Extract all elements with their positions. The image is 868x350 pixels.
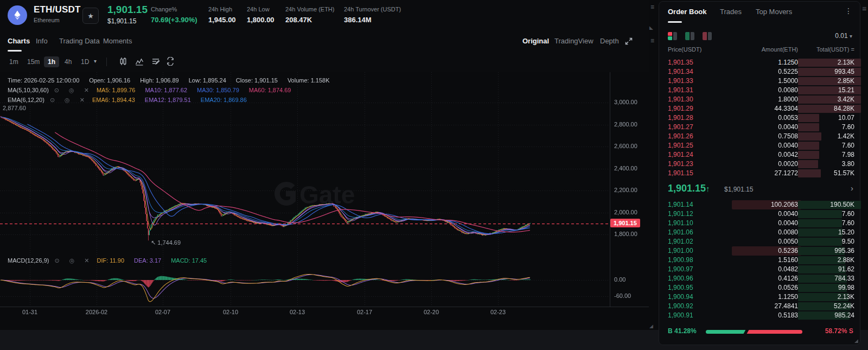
total-cell: 2.13K xyxy=(838,58,854,67)
ask-row[interactable]: 1,901.260.75081.42K xyxy=(659,132,860,141)
close-icon[interactable]: ✕ xyxy=(84,87,89,93)
tab-top-movers[interactable]: Top Movers xyxy=(756,8,792,16)
ratio-bar xyxy=(706,330,802,334)
amount-cell: 0.7508 xyxy=(732,132,798,141)
ema20-value: EMA20: 1,869.86 xyxy=(201,97,247,103)
total-cell: 7.98 xyxy=(842,150,854,160)
eye-icon[interactable]: ⊙ xyxy=(54,257,59,264)
tab-charts[interactable]: Charts xyxy=(8,37,30,45)
bid-row[interactable]: 1,901.020.00509.50 xyxy=(659,237,860,246)
indicators-icon[interactable] xyxy=(135,57,144,68)
timeframe-1h[interactable]: 1h xyxy=(44,56,59,67)
bid-row[interactable]: 1,901.000.5236995.36 xyxy=(659,246,860,256)
amount-cell: 0.0080 xyxy=(732,86,798,95)
ask-row[interactable]: 1,901.340.5225993.45 xyxy=(659,67,860,77)
precision-value: 0.01 xyxy=(835,32,847,40)
bid-row[interactable]: 1,901.060.008015.20 xyxy=(659,228,860,237)
tab-info[interactable]: Info xyxy=(36,37,48,45)
indicator-settings-icon[interactable]: ◎ xyxy=(69,87,74,93)
amount-cell: 1.8000 xyxy=(732,95,798,104)
tab-trades[interactable]: Trades xyxy=(720,8,742,16)
price-cell: 1,900.98 xyxy=(668,256,693,265)
book-view-asks-icon[interactable] xyxy=(703,32,712,40)
bid-row[interactable]: 1,900.970.048291.62 xyxy=(659,265,860,274)
close-icon[interactable]: ✕ xyxy=(84,257,89,264)
expand-icon[interactable] xyxy=(625,37,633,47)
ask-row[interactable]: 1,901.280.005310.07 xyxy=(659,113,860,123)
bid-row[interactable]: 1,900.9227.484152.24K xyxy=(659,302,860,311)
eye-icon[interactable]: ⊙ xyxy=(54,87,59,93)
total-cell: 52.24K xyxy=(834,302,854,311)
chart-mode-tradingview[interactable]: TradingView xyxy=(554,37,593,45)
total-cell: 15.20 xyxy=(838,228,854,237)
y-tick: 2,800.00 xyxy=(614,121,637,128)
panel-drag-handle-icon[interactable]: ≡ xyxy=(650,37,654,44)
total-cell: 9.50 xyxy=(842,237,854,246)
ask-row[interactable]: 1,901.331.50002.85K xyxy=(659,77,860,86)
ask-row[interactable]: 1,901.1527.127251.57K xyxy=(659,169,860,178)
chart-mode-original[interactable]: Original xyxy=(522,37,549,45)
close-icon[interactable]: ✕ xyxy=(80,97,85,103)
kebab-menu-icon[interactable]: ⋮ xyxy=(845,7,852,15)
ask-row[interactable]: 1,901.270.00407.60 xyxy=(659,123,860,132)
y-tick: 2,400.00 xyxy=(614,165,637,171)
eye-icon[interactable]: ⊙ xyxy=(50,97,55,103)
price-cell: 1,901.12 xyxy=(668,209,693,219)
ask-row[interactable]: 1,901.250.00407.60 xyxy=(659,141,860,150)
ask-row[interactable]: 1,901.2944.330484.28K xyxy=(659,104,860,113)
mid-price-row[interactable]: 1,901.15↑ $1,901.15 › xyxy=(659,181,860,199)
collapse-triangle-icon[interactable]: ◣ xyxy=(649,25,653,30)
total-cell: 2.85K xyxy=(838,77,854,86)
bid-row[interactable]: 1,901.100.00407.60 xyxy=(659,219,860,228)
bid-row[interactable]: 1,900.950.052699.98 xyxy=(659,283,860,292)
tab-order-book[interactable]: Order Book xyxy=(668,8,707,16)
favorite-button[interactable]: ★ xyxy=(82,8,99,24)
timeframe-dropdown-caret-icon[interactable]: ▾ xyxy=(90,56,100,66)
timeframe-4h[interactable]: 4h xyxy=(61,56,75,67)
resize-handle-icon[interactable]: ◢ xyxy=(649,323,653,329)
price-cell: 1,900.96 xyxy=(668,274,693,283)
indicator-settings-icon[interactable]: ◎ xyxy=(65,97,70,103)
ma10-value: MA10: 1,877.62 xyxy=(145,87,187,93)
candlestick-style-icon[interactable] xyxy=(119,57,127,68)
stat-24h-low: 24h Low1,800.00 xyxy=(247,6,275,24)
chart-mode-depth[interactable]: Depth xyxy=(600,37,619,45)
total-cell: 993.45 xyxy=(834,67,854,77)
pair-selector[interactable]: ETH/USDT ▼ xyxy=(34,4,89,15)
unit-toggle-icon[interactable]: = xyxy=(851,46,854,53)
book-view-both-icon[interactable] xyxy=(668,32,677,40)
total-cell: 190.50K xyxy=(830,200,854,209)
price-cell: 1,900.94 xyxy=(668,292,693,302)
chart-settings-icon[interactable] xyxy=(166,57,175,68)
amount-cell: 0.0526 xyxy=(732,283,798,292)
ma30-value: MA30: 1,850.79 xyxy=(197,87,239,93)
timeframe-15m[interactable]: 15m xyxy=(23,56,43,67)
ask-row[interactable]: 1,901.301.80003.42K xyxy=(659,95,860,104)
tab-moments[interactable]: Moments xyxy=(103,37,132,45)
right-sidebar-toggle-icon[interactable]: ≡ xyxy=(862,4,866,13)
ask-row[interactable]: 1,901.240.00427.98 xyxy=(659,150,860,160)
book-view-bids-icon[interactable] xyxy=(685,32,694,40)
drawing-tools-icon[interactable] xyxy=(151,57,160,68)
amount-cell: 0.0040 xyxy=(732,123,798,132)
amount-cell: 1.5000 xyxy=(732,77,798,86)
bid-row[interactable]: 1,901.120.00407.60 xyxy=(659,209,860,219)
sell-label: S xyxy=(849,327,853,335)
ask-row[interactable]: 1,901.310.008015.21 xyxy=(659,86,860,95)
precision-dropdown[interactable]: 0.01 ▾ xyxy=(835,32,852,40)
bid-row[interactable]: 1,900.941.12502.13K xyxy=(659,292,860,302)
ask-row[interactable]: 1,901.351.12502.13K xyxy=(659,58,860,67)
chevron-right-icon[interactable]: › xyxy=(851,183,853,193)
bid-row[interactable]: 1,900.960.4126784.33 xyxy=(659,274,860,283)
timeframe-1m[interactable]: 1m xyxy=(5,56,22,67)
bid-row[interactable]: 1,900.981.51602.88K xyxy=(659,256,860,265)
bid-row[interactable]: 1,901.14100.2063190.50K xyxy=(659,200,860,209)
resize-handle-icon[interactable]: ◢ xyxy=(854,338,858,343)
bid-row[interactable]: 1,900.910.5183985.24 xyxy=(659,311,860,320)
tab-trading-data[interactable]: Trading Data xyxy=(59,37,100,45)
panel-drag-handle-icon[interactable]: ≡ xyxy=(650,3,654,11)
buy-label: B xyxy=(668,327,673,335)
price-cell: 1,901.34 xyxy=(668,67,693,77)
ask-row[interactable]: 1,901.230.00203.80 xyxy=(659,160,860,169)
indicator-settings-icon[interactable]: ◎ xyxy=(69,257,75,264)
